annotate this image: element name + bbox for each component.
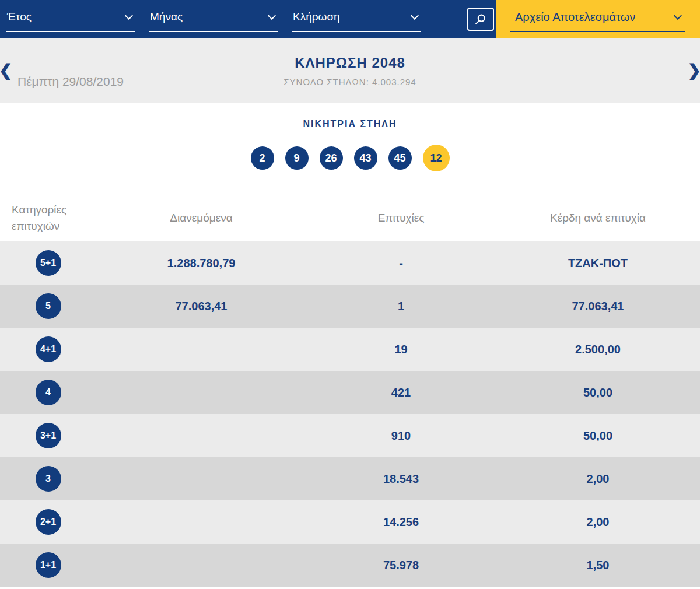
category-badge: 4 (36, 380, 61, 405)
prize-value: 50,00 (496, 429, 700, 443)
winning-number-ball: 9 (285, 146, 309, 170)
header-categories: Κατηγορίες επιτυχιών (0, 202, 82, 235)
prize-value: 2,00 (496, 472, 700, 486)
winners-value: 910 (306, 429, 496, 443)
prize-value: 2.500,00 (496, 343, 700, 356)
winners-value: 75.978 (306, 559, 496, 572)
table-row: 5 77.063,41 1 77.063,41 (0, 285, 700, 328)
prize-value: ΤΖΑΚ-ΠΟΤ (496, 257, 700, 270)
draw-dropdown[interactable]: Κλήρωση (292, 6, 421, 32)
archive-panel: Αρχείο Αποτελεσμάτων (496, 0, 700, 38)
chevron-down-icon (125, 12, 133, 20)
winning-column-section: ΝΙΚΗΤΡΙΑ ΣΤΗΛΗ 2 9 26 43 45 12 (0, 103, 700, 195)
table-row: 4+1 19 2.500,00 (0, 328, 700, 371)
draw-title-group: ΚΛΗΡΩΣΗ 2048 ΣΥΝΟΛΟ ΣΤΗΛΩΝ: 4.003.294 (0, 55, 700, 87)
joker-number-ball: 12 (423, 145, 450, 171)
winners-value: 18.543 (306, 472, 496, 486)
category-badge: 3+1 (36, 423, 61, 448)
table-row: 3+1 910 50,00 (0, 414, 700, 457)
archive-results-dropdown[interactable]: Αρχείο Αποτελεσμάτων (510, 6, 685, 32)
distributed-value: 77.063,41 (96, 300, 306, 313)
divider (487, 69, 680, 69)
header-prize-per-winner: Κέρδη ανά επιτυχία (496, 212, 700, 225)
month-dropdown-label: Μήνας (150, 10, 183, 23)
category-badge: 5 (36, 293, 61, 319)
table-header-row: Κατηγορίες επιτυχιών Διανεμόμενα Επιτυχί… (0, 195, 700, 241)
winners-value: 14.256 (306, 516, 496, 529)
winning-number-ball: 43 (354, 146, 377, 170)
header-winners: Επιτυχίες (306, 212, 496, 225)
prize-value: 2,00 (496, 516, 700, 529)
header-distributed: Διανεμόμενα (96, 212, 306, 225)
chevron-down-icon (674, 12, 682, 20)
winners-value: 19 (306, 343, 496, 356)
year-dropdown[interactable]: Έτος (6, 6, 135, 32)
winners-value: 421 (306, 386, 496, 399)
total-columns-label: ΣΥΝΟΛΟ ΣΤΗΛΩΝ: 4.003.294 (0, 77, 700, 87)
category-badge: 1+1 (36, 552, 61, 578)
search-icon (474, 13, 487, 26)
table-row: 1+1 75.978 1,50 (0, 544, 700, 587)
winning-number-ball: 26 (320, 146, 343, 170)
chevron-down-icon (411, 12, 419, 20)
distributed-value: 1.288.780,79 (96, 257, 306, 270)
table-row: 2+1 14.256 2,00 (0, 500, 700, 544)
search-button[interactable] (467, 8, 494, 31)
filter-bar: Έτος Μήνας Κλήρωση Αρχείο Αποτελεσμάτων (0, 0, 700, 38)
month-dropdown[interactable]: Μήνας (149, 6, 278, 32)
draw-header-band: ❮ Πέμπτη 29/08/2019 ΚΛΗΡΩΣΗ 2048 ΣΥΝΟΛΟ … (0, 38, 700, 103)
draw-dropdown-label: Κλήρωση (293, 10, 340, 23)
winners-value: - (306, 257, 496, 270)
prize-value: 1,50 (496, 559, 700, 572)
winning-number-ball: 2 (251, 146, 274, 170)
category-badge: 4+1 (36, 336, 61, 362)
category-badge: 3 (36, 466, 61, 492)
category-badge: 5+1 (36, 250, 61, 276)
winning-number-ball: 45 (388, 146, 412, 170)
next-draw-button[interactable]: ❯ (688, 62, 700, 79)
prize-value: 50,00 (496, 386, 700, 399)
archive-dropdown-label: Αρχείο Αποτελεσμάτων (515, 10, 635, 24)
prize-value: 77.063,41 (496, 300, 700, 313)
table-row: 5+1 1.288.780,79 - ΤΖΑΚ-ΠΟΤ (0, 241, 700, 285)
table-row: 4 421 50,00 (0, 371, 700, 414)
winners-value: 1 (306, 300, 496, 313)
winning-numbers: 2 9 26 43 45 12 (0, 145, 700, 171)
category-badge: 2+1 (36, 509, 61, 535)
table-row: 3 18.543 2,00 (0, 457, 700, 500)
table-body: 5+1 1.288.780,79 - ΤΖΑΚ-ΠΟΤ 5 77.063,41 … (0, 241, 700, 587)
filter-group: Έτος Μήνας Κλήρωση (0, 0, 435, 38)
year-dropdown-label: Έτος (7, 10, 32, 23)
chevron-down-icon (268, 12, 276, 20)
winning-column-title: ΝΙΚΗΤΡΙΑ ΣΤΗΛΗ (0, 119, 700, 129)
prize-table: Κατηγορίες επιτυχιών Διανεμόμενα Επιτυχί… (0, 195, 700, 587)
